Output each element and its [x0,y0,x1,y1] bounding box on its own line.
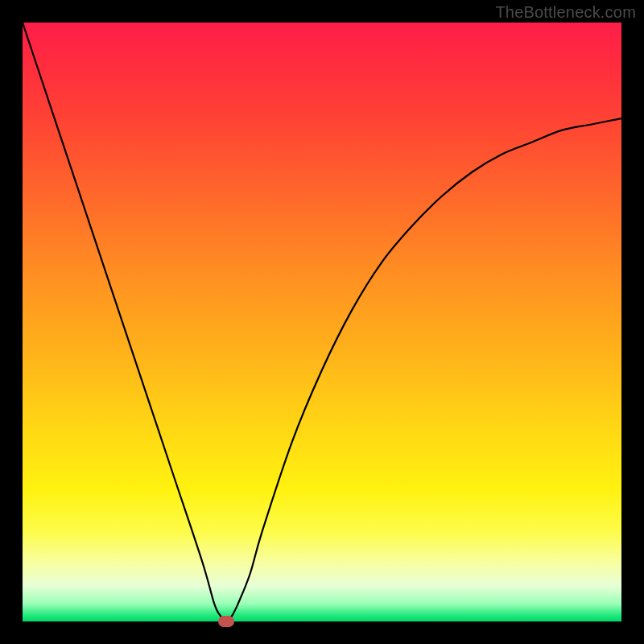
bottleneck-curve [23,23,621,621]
optimal-point-marker [218,616,234,627]
chart-frame: TheBottleneck.com [0,0,644,644]
watermark-text: TheBottleneck.com [495,3,636,22]
plot-area [23,23,621,621]
